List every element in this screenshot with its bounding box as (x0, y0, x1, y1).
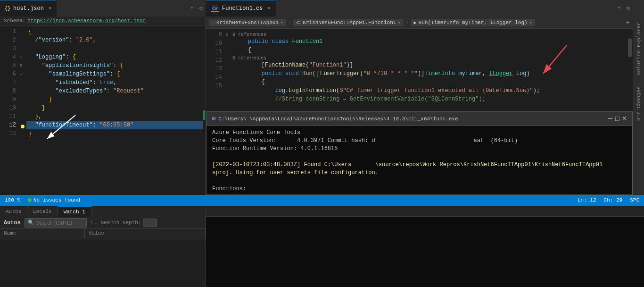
tab-host-json[interactable]: {} host.json × (0, 0, 57, 17)
code-line: } (26, 95, 203, 104)
terminal-line (212, 193, 627, 194)
ref-label: 0 references (232, 54, 627, 61)
ref-label: 0 references (232, 31, 627, 37)
zoom-level[interactable]: 100 % (5, 197, 20, 203)
terminal-close[interactable]: × (622, 115, 627, 123)
schema-link[interactable]: https://json.schemastore.org/host.json (27, 18, 146, 24)
tab-locals[interactable]: Locals (27, 206, 58, 217)
sort-up-btn[interactable]: ↑ (90, 219, 93, 226)
table-header: Name Value (0, 229, 206, 239)
terminal-title-bar: ⊞ C:\Users\ \AppData\Local\AzureFunction… (206, 112, 632, 126)
terminal-line: Core Tools Version: 4.0.3971 Commit hash… (212, 137, 627, 145)
schema-bar: Schema: https://json.schemastore.org/hos… (0, 17, 206, 25)
breadcrumb-class-label: KrishNet6FuncTTApp01.Function1 (303, 20, 396, 25)
status-bar: 100 % No issues found Ln: 12 Ch: 29 SPC (0, 195, 644, 205)
breadcrumb-project[interactable]: ⚡ KrishNet6FuncTTApp01 ▾ (209, 19, 286, 26)
solution-explorer-panel[interactable]: Solution Explorer (634, 17, 644, 81)
bottom-tabs: Autos Locals Watch 1 (0, 206, 206, 217)
code-editor-left[interactable]: { /"version": "2.0", "Logging": { "appli… (26, 25, 203, 195)
depth-box (143, 219, 157, 227)
bottom-panel: Autos Locals Watch 1 Autos 🔍 ↑ ↓ (0, 205, 644, 287)
search-icon: 🔍 (28, 219, 34, 226)
status-dot (28, 198, 32, 202)
terminal-line: Functions: (212, 185, 627, 193)
terminal-path: C:\Users\ \AppData\Local\AzureFunctionsT… (218, 116, 605, 122)
code-line: [FunctionName("Function1")] (232, 61, 627, 69)
json-icon: {} (5, 6, 10, 11)
sort-down-btn[interactable]: ↓ (94, 219, 98, 226)
terminal-line: Function Runtime Version: 4.0.1.16815 (212, 145, 627, 153)
terminal-line: [2022-03-10T23:03:48.083Z] Found C:\User… (212, 161, 627, 169)
depth-label: Search Depth: (101, 220, 141, 226)
encoding-status: SPC (630, 197, 639, 203)
code-line: { (232, 78, 627, 86)
breadcrumb-project-label: KrishNet6FuncTTApp01 (216, 20, 279, 25)
toolbar-add-left[interactable]: + (188, 0, 197, 17)
col-value: Value (85, 229, 206, 239)
terminal-line: Azure Functions Core Tools (212, 129, 627, 137)
code-line: "Logging": { (26, 53, 203, 61)
code-line: "isEnabled": true, (26, 78, 203, 87)
terminal-line (212, 177, 627, 185)
code-line: { (26, 27, 203, 36)
terminal-minimize[interactable]: ─ (608, 115, 612, 123)
terminal-icon: ⊞ (212, 115, 215, 122)
tab-label-host-json: host.json (13, 5, 44, 12)
breadcrumb-method-label: Run(TimerInfo myTimer, ILogger log) (419, 20, 528, 25)
issues-status: No issues found (28, 197, 80, 203)
schema-label: Schema: (4, 18, 25, 24)
toolbar-add-right[interactable]: + (615, 0, 624, 17)
terminal-line: sproj. Using for user secrets file confi… (212, 169, 627, 177)
close-icon[interactable]: × (49, 6, 52, 11)
code-line: "applicationInsights": { (26, 61, 203, 70)
code-line (26, 44, 203, 53)
terminal-line (212, 153, 627, 161)
col-number-status: Ch: 29 (604, 197, 623, 203)
tab-autos[interactable]: Autos (0, 206, 27, 217)
breadcrumb-method[interactable]: ▶ Run(TimerInfo myTimer, ILogger log) ▾ (411, 19, 535, 26)
tab-function1-cs[interactable]: C# Function1.cs × (206, 0, 276, 17)
code-line: "samplingSettings": { (26, 70, 203, 78)
autos-title: Autos (4, 219, 21, 226)
code-line: log.LogInformation($"C# Timer trigger fu… (232, 86, 627, 95)
code-line: public void Run([TimerTrigger("0 */10 * … (232, 69, 627, 78)
code-line: } (26, 104, 203, 112)
tab-watch1[interactable]: Watch 1 (58, 206, 91, 217)
tab-label-function1: Function1.cs (222, 5, 263, 12)
issues-label: No issues found (33, 197, 80, 203)
col-name: Name (0, 229, 85, 239)
autos-header: Autos 🔍 ↑ ↓ Search Depth: (0, 217, 206, 229)
code-line: } (26, 129, 203, 138)
breadcrumb-class[interactable]: 🏷 KrishNet6FuncTTApp01.Function1 ▾ (293, 19, 404, 26)
code-line: }, (26, 112, 203, 121)
bottom-right-panel (206, 206, 644, 287)
editor-add-btn[interactable]: + (626, 19, 630, 26)
code-line: public class Function1 (232, 37, 627, 46)
breadcrumb-bar: ⚡ KrishNet6FuncTTApp01 ▾ › 🏷 KrishNet6Fu… (206, 17, 633, 29)
code-editor-right[interactable]: 0 references public class Function1 { 0 … (232, 29, 627, 111)
line-number-status: Ln: 12 (578, 197, 596, 203)
close-icon-right[interactable]: × (267, 6, 271, 11)
depth-controls: Search Depth: (101, 219, 157, 227)
git-changes-panel[interactable]: Git Changes (634, 81, 644, 127)
code-line: { (232, 46, 627, 54)
line-numbers-right: 9 10 11 12 13 14 15 (206, 29, 226, 111)
terminal-output[interactable]: Azure Functions Core Tools Core Tools Ve… (206, 126, 632, 194)
terminal-maximize[interactable]: □ (615, 115, 619, 123)
autos-rows (0, 239, 206, 287)
code-line: //String connString = GetEnvironmentVari… (232, 95, 627, 103)
autos-search-area: 🔍 ↑ ↓ Search Depth: (25, 218, 202, 228)
code-line: "excludedTypes": "Request" (26, 87, 203, 95)
toolbar-settings-right[interactable]: ⚙ (624, 0, 633, 17)
line-numbers-left: 1 2 3 4 5 6 7 8 9 10 11 12 13 (0, 25, 20, 195)
code-line: /"version": "2.0", (26, 36, 203, 44)
code-line-active: "functionTimeout": "00:05:00" (26, 121, 203, 129)
cs-icon: C# (211, 6, 219, 12)
search-box[interactable]: 🔍 (25, 218, 87, 228)
search-input[interactable] (36, 220, 83, 226)
toolbar-settings-left[interactable]: ⚙ (197, 0, 206, 17)
